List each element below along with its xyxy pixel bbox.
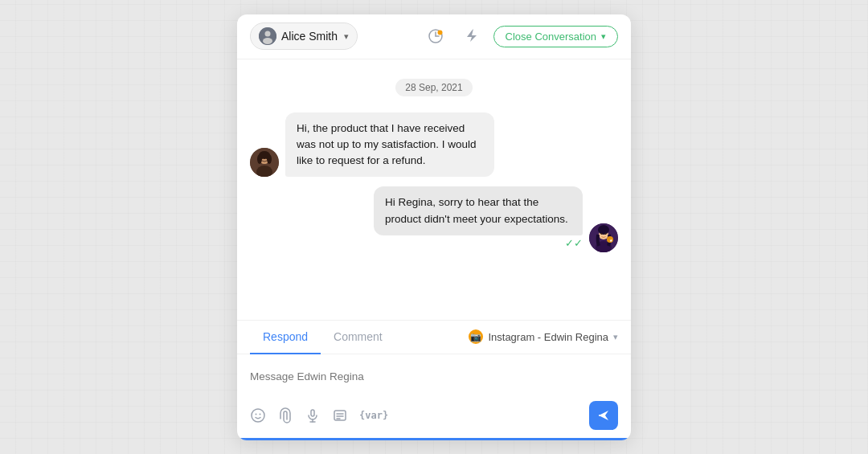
avatar — [250, 148, 279, 177]
chat-header: Alice Smith ▾ Close Conversation — [237, 14, 631, 59]
svg-point-20 — [601, 233, 603, 235]
svg-point-21 — [605, 233, 607, 235]
message-toolbar: {var} — [237, 396, 631, 438]
messages-area: 28 Sep, 2021 — [237, 59, 631, 320]
tab-comment[interactable]: Comment — [321, 321, 395, 354]
reminder-icon-button[interactable] — [423, 23, 448, 49]
chat-window: Alice Smith ▾ Close Conversation — [237, 14, 631, 440]
contact-avatar-small — [259, 27, 276, 45]
chevron-down-icon: ▾ — [344, 31, 349, 42]
header-left: Alice Smith ▾ — [250, 22, 358, 50]
message-text: Hi, the product that I have received was… — [297, 122, 477, 167]
message-text: Hi Regina, sorry to hear that the produc… — [385, 196, 568, 224]
read-receipt-icon: ✓✓ — [565, 237, 583, 249]
inbox-label: Instagram - Edwin Regina — [488, 331, 608, 343]
reply-tabs: Respond Comment 📷 Instagram - Edwin Regi… — [237, 321, 631, 354]
svg-point-24 — [252, 409, 264, 422]
avatar: ★ — [589, 223, 618, 252]
tab-buttons: Respond Comment — [250, 321, 395, 354]
svg-point-2 — [263, 38, 272, 44]
toolbar-left: {var} — [250, 407, 388, 423]
header-right: Close Conversation ▾ — [423, 23, 618, 49]
close-conversation-button[interactable]: Close Conversation ▾ — [493, 26, 618, 47]
svg-point-6 — [437, 31, 442, 35]
date-badge: 28 Sep, 2021 — [395, 79, 472, 96]
table-row: ★ Hi Regina, sorry to hear that the prod… — [250, 186, 618, 252]
table-row: Hi, the product that I have received was… — [250, 112, 618, 178]
reply-area: Respond Comment 📷 Instagram - Edwin Regi… — [237, 320, 631, 438]
bottom-accent-line — [237, 438, 631, 440]
svg-point-14 — [257, 154, 262, 164]
message-bubble: Hi Regina, sorry to hear that the produc… — [374, 186, 583, 235]
variable-button[interactable]: {var} — [359, 410, 388, 421]
message-input[interactable] — [250, 362, 618, 391]
tab-respond[interactable]: Respond — [250, 321, 321, 354]
svg-point-1 — [265, 31, 271, 37]
svg-rect-27 — [311, 410, 314, 416]
svg-point-15 — [267, 154, 272, 164]
inbox-chevron-icon: ▾ — [613, 332, 618, 342]
attachment-button[interactable] — [277, 407, 293, 423]
close-conversation-label: Close Conversation — [506, 31, 596, 43]
message-input-area — [237, 354, 631, 396]
inbox-selector[interactable]: 📷 Instagram - Edwin Regina ▾ — [469, 329, 618, 344]
emoji-button[interactable] — [250, 407, 266, 423]
svg-point-26 — [260, 413, 261, 415]
lightning-icon-button[interactable] — [458, 23, 484, 49]
send-button[interactable] — [589, 401, 618, 430]
svg-point-25 — [256, 413, 257, 415]
audio-button[interactable] — [305, 407, 321, 423]
inbox-platform-icon: 📷 — [469, 329, 483, 344]
contact-name: Alice Smith — [281, 30, 338, 43]
svg-point-19 — [598, 225, 609, 235]
date-separator: 28 Sep, 2021 — [250, 79, 618, 96]
template-button[interactable] — [332, 407, 348, 423]
close-chevron-icon: ▾ — [601, 31, 606, 42]
message-bubble: Hi, the product that I have received was… — [285, 112, 494, 178]
contact-selector[interactable]: Alice Smith ▾ — [250, 22, 358, 50]
